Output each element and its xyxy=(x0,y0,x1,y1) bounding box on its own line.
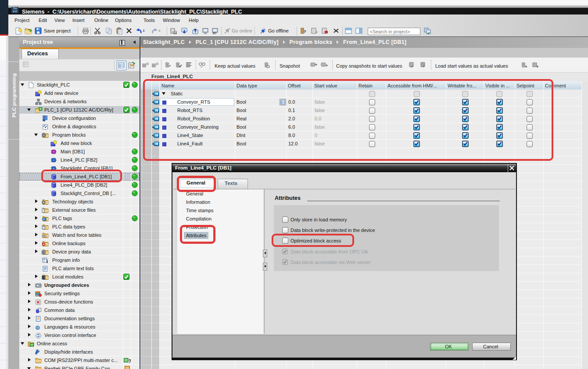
svg-text:?: ? xyxy=(304,29,306,34)
svg-text:01: 01 xyxy=(174,32,177,34)
svg-text:RT: RT xyxy=(213,32,217,35)
